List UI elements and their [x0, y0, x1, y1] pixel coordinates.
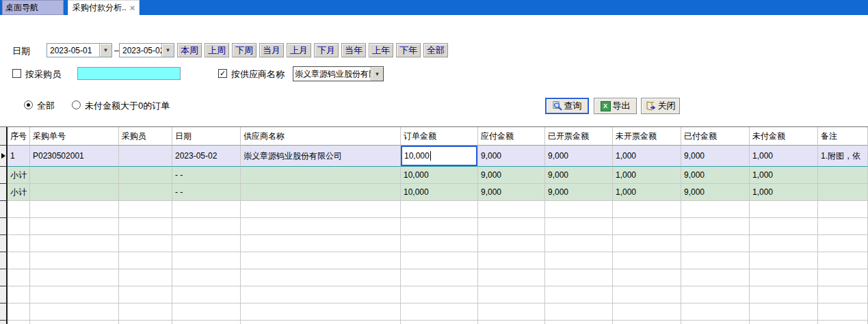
- tab-purchase-payment-analysis[interactable]: 采购付款分析.. ×: [68, 0, 140, 15]
- grid-cell[interactable]: 9,000: [681, 146, 750, 167]
- query-button[interactable]: 查询: [545, 98, 589, 114]
- grid-cell: [545, 321, 613, 324]
- header-cell[interactable]: 应付金额: [478, 127, 545, 146]
- grid-cell[interactable]: 1,000: [613, 146, 681, 167]
- header-cell[interactable]: 日期: [172, 127, 241, 146]
- scope-unpaid-radio[interactable]: [72, 100, 81, 109]
- grid-cell[interactable]: 1,000: [613, 184, 681, 201]
- grid-cell[interactable]: 1: [8, 146, 30, 167]
- header-cell[interactable]: 已付金额: [681, 127, 750, 146]
- grid-cell: [172, 252, 241, 269]
- grid-cell[interactable]: [818, 167, 868, 184]
- grid-cell[interactable]: 9,000: [545, 167, 613, 184]
- quick-range-button[interactable]: 下周: [232, 43, 257, 57]
- grid-cell[interactable]: 崇义章源钨业股份有限公司: [241, 146, 401, 167]
- date-to-combobox[interactable]: 2023-05-02 ▼: [119, 43, 174, 57]
- quick-range-button[interactable]: 上周: [205, 43, 229, 57]
- grid-cell: [818, 269, 868, 286]
- header-cell[interactable]: 备注: [818, 127, 868, 146]
- quick-range-button[interactable]: 上年: [369, 43, 393, 57]
- grid-cell: [613, 218, 681, 235]
- grid-cell: [172, 269, 241, 286]
- grid-cell[interactable]: 9,000: [545, 146, 613, 167]
- grid-cell[interactable]: - -: [172, 167, 241, 184]
- grid-cell[interactable]: 小计: [8, 184, 30, 201]
- row-indicator: [0, 167, 8, 184]
- grid-cell[interactable]: [30, 167, 119, 184]
- quick-range-button[interactable]: 当月: [259, 43, 284, 57]
- grid-cell[interactable]: 9,000: [545, 184, 613, 201]
- by-purchaser-checkbox[interactable]: [12, 69, 21, 78]
- grid-cell: [8, 321, 30, 324]
- grid-cell[interactable]: 1,000: [750, 146, 818, 167]
- grid-cell: [478, 303, 545, 321]
- chevron-down-icon[interactable]: ▼: [99, 44, 111, 57]
- header-cell[interactable]: 采购单号: [30, 127, 119, 146]
- grid-cell[interactable]: 9,000: [681, 184, 750, 201]
- quick-range-button[interactable]: 本周: [177, 43, 202, 57]
- grid-cell: [613, 235, 681, 252]
- header-cell[interactable]: 已开票金额: [545, 127, 613, 146]
- header-cell[interactable]: 订单金额: [401, 127, 478, 146]
- grid-cell[interactable]: [119, 184, 172, 201]
- grid-cell: [8, 235, 30, 252]
- grid-cell[interactable]: [119, 167, 172, 184]
- supplier-combobox[interactable]: 崇义章源钨业股份有限公 ▼: [293, 66, 384, 81]
- grid-cell: [30, 321, 119, 324]
- by-supplier-checkbox[interactable]: [218, 69, 227, 78]
- grid-cell: [401, 218, 478, 235]
- tab-bar: 桌面导航 采购付款分析.. ×: [0, 0, 868, 15]
- quick-range-button[interactable]: 当年: [341, 43, 366, 57]
- scope-all-radio[interactable]: [24, 100, 33, 109]
- grid-cell[interactable]: 1,000: [750, 167, 818, 184]
- grid-cell[interactable]: - -: [172, 184, 241, 201]
- grid-cell[interactable]: 1,000: [613, 167, 681, 184]
- grid-cell: [401, 303, 478, 321]
- grid-cell[interactable]: 10,000: [401, 167, 478, 184]
- grid-cell[interactable]: 9,000: [681, 167, 750, 184]
- grid-cell[interactable]: 9,000: [478, 146, 545, 167]
- grid-cell[interactable]: 9,000: [478, 167, 545, 184]
- quick-range-button[interactable]: 下月: [314, 43, 339, 57]
- grid-cell[interactable]: 9,000: [478, 184, 545, 201]
- tab-desktop-navigation[interactable]: 桌面导航: [2, 0, 64, 15]
- grid-cell[interactable]: [818, 184, 868, 201]
- date-from-combobox[interactable]: 2023-05-01 ▼: [47, 43, 112, 57]
- export-button[interactable]: X 导出: [594, 98, 637, 114]
- scope-unpaid-label: 未付金额大于0的订单: [85, 100, 170, 112]
- grid-cell[interactable]: [241, 184, 401, 201]
- header-cell[interactable]: 序号: [8, 127, 30, 146]
- grid-cell[interactable]: 2023-05-02: [172, 146, 241, 167]
- close-button[interactable]: 关闭: [641, 98, 680, 114]
- order-amount-edit-cell[interactable]: 10,000: [401, 146, 478, 167]
- grid-cell[interactable]: 1.附图，依: [818, 146, 868, 167]
- grid-cell: [8, 269, 30, 286]
- grid-cell[interactable]: [119, 146, 172, 167]
- scope-all-label: 全部: [37, 100, 55, 112]
- header-cell[interactable]: 供应商名称: [241, 127, 401, 146]
- grid-cell[interactable]: [241, 167, 401, 184]
- date-range-separator: –: [114, 46, 119, 55]
- close-icon[interactable]: ×: [130, 3, 135, 12]
- grid-cell[interactable]: 1,000: [750, 184, 818, 201]
- grid-cell: [613, 201, 681, 218]
- grid-cell[interactable]: P0230502001: [30, 146, 119, 167]
- date-from-value: 2023-05-01: [47, 44, 99, 57]
- row-indicator: [0, 184, 8, 201]
- grid-cell: [818, 286, 868, 303]
- grid-cell[interactable]: 小计: [8, 167, 30, 184]
- quick-range-button[interactable]: 全部: [423, 43, 448, 57]
- quick-range-button[interactable]: 下年: [396, 43, 421, 57]
- grid-cell[interactable]: 10,000: [401, 184, 478, 201]
- grid-cell: [750, 269, 818, 286]
- chevron-down-icon[interactable]: ▼: [161, 44, 174, 57]
- chevron-down-icon[interactable]: ▼: [371, 67, 383, 81]
- grid-cell: [750, 218, 818, 235]
- quick-range-button[interactable]: 上月: [287, 43, 311, 57]
- header-cell[interactable]: 未付金额: [750, 127, 818, 146]
- grid-cell: [30, 286, 119, 303]
- grid-cell[interactable]: [30, 184, 119, 201]
- purchaser-input[interactable]: [77, 67, 181, 80]
- header-cell[interactable]: 采购员: [119, 127, 172, 146]
- header-cell[interactable]: 未开票金额: [613, 127, 681, 146]
